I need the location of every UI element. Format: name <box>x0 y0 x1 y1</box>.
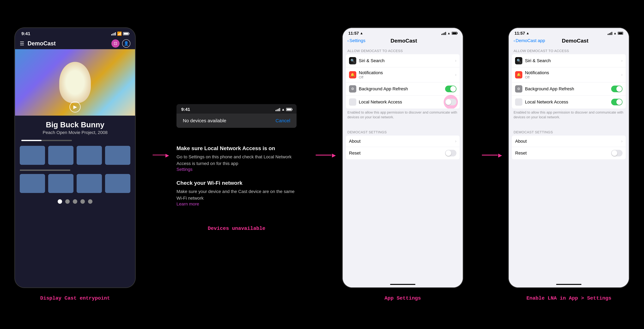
dot-1[interactable] <box>58 199 62 204</box>
dot-3[interactable] <box>73 199 77 204</box>
inst2-body: Make sure your device and the Cast devic… <box>176 188 296 201</box>
notif-row-3[interactable]: 🔔 Notifications Off › <box>346 67 460 82</box>
dot-4[interactable] <box>80 199 85 204</box>
arrow-1-2: ▶ <box>146 155 165 155</box>
notif-row-4[interactable]: 🔔 Notifications Off › <box>512 67 626 82</box>
bgrefresh-icon-4: ⚙ <box>515 85 522 93</box>
bgrefresh-toggle-3[interactable] <box>445 86 456 92</box>
bgrefresh-label-3: Background App Refresh <box>359 86 445 91</box>
thumbnail-8[interactable] <box>105 174 130 193</box>
notif-glyph-4: 🔔 <box>517 73 521 77</box>
thumbnail-5[interactable] <box>20 174 45 193</box>
gear-glyph-3: ⚙ <box>351 87 354 91</box>
about-row-3[interactable]: About › <box>346 136 460 147</box>
inst2-link[interactable]: Learn more <box>176 201 296 207</box>
play-button[interactable]: ▶ <box>70 101 80 113</box>
siri-row-4[interactable]: 🔍 Siri & Search › <box>512 54 626 67</box>
thumbnail-3[interactable] <box>77 146 102 165</box>
home-indicator-4 <box>556 284 582 285</box>
notif-chevron-4: › <box>621 72 623 77</box>
settings-nav-3: ‹ Settings DemoCast <box>343 37 463 46</box>
siri-icon-3: 🔍 <box>349 57 356 64</box>
profile-icon[interactable]: 👤 <box>122 39 130 48</box>
reset-row-3[interactable]: Reset <box>346 147 460 159</box>
democast-section-label-4: DEMOCAST SETTINGS <box>509 127 629 136</box>
lna-row-4[interactable]: Local Network Access <box>512 96 626 109</box>
lna-toggle-wrapper-3 <box>445 99 456 105</box>
about-label-4: About <box>515 139 621 144</box>
siri-icon-4: 🔍 <box>515 57 522 64</box>
instructions-panel: Make sure Local Network Access is on Go … <box>176 142 296 218</box>
lna-toggle-3[interactable] <box>445 99 456 105</box>
progress-bar[interactable] <box>21 140 72 141</box>
movie-title: Big Buck Bunny <box>21 120 129 129</box>
battery-icon <box>123 32 129 35</box>
menu-icon[interactable]: ☰ <box>20 41 24 47</box>
notif-sublabel-3: Off <box>359 75 455 79</box>
thumbnail-4[interactable] <box>105 146 130 165</box>
network-note-3: Enabled to allow this app permission to … <box>343 109 463 122</box>
back-button-4[interactable]: ‹ DemoCast app <box>514 38 545 43</box>
notif-icon-4: 🔔 <box>515 71 522 79</box>
bgrefresh-row-4[interactable]: ⚙ Background App Refresh <box>512 82 626 96</box>
thumbnail-2[interactable] <box>48 146 74 165</box>
settings-card-3: 🔍 Siri & Search › 🔔 Notifications Off <box>346 54 460 109</box>
back-button-3[interactable]: ‹ Settings <box>348 38 366 43</box>
democast-card-3: About › Reset <box>346 136 460 159</box>
dropdown-status-bar: 9:41 ▲ <box>176 104 296 114</box>
thumbnail-row-1 <box>15 144 135 166</box>
lna-icon-4 <box>515 98 522 106</box>
reset-row-4[interactable]: Reset <box>512 147 626 159</box>
settings-time-4: 11:57 <box>514 31 525 36</box>
cast-icon[interactable]: ⊡ <box>112 39 120 48</box>
lna-icon-3 <box>349 98 356 106</box>
about-chevron-4: › <box>621 139 623 144</box>
section-bar <box>20 170 70 171</box>
signal-3 <box>442 32 446 35</box>
inst2-title: Check your Wi-Fi network <box>176 180 296 186</box>
instruction-1: Make sure Local Network Access is on Go … <box>176 145 296 172</box>
about-label-wrapper-4: About <box>515 139 621 144</box>
devices-unavailable-panel: 9:41 ▲ No devices available Cancel <box>176 104 296 128</box>
bgrefresh-label-wrapper-3: Background App Refresh <box>359 86 445 91</box>
lna-row-3[interactable]: Local Network Access <box>346 96 460 109</box>
access-section-label-4: ALLOW DEMOCAST TO ACCESS <box>509 46 629 54</box>
dot-2[interactable] <box>65 199 70 204</box>
page-dots <box>15 195 135 208</box>
settings-icons-3: ▲ <box>442 32 457 35</box>
bgrefresh-toggle-4[interactable] <box>611 86 622 92</box>
screen-title-3: DemoCast <box>366 38 442 44</box>
settings-time-3: 11:57 <box>348 31 359 36</box>
siri-row-3[interactable]: 🔍 Siri & Search › <box>346 54 460 67</box>
time-display: 9:41 <box>21 31 30 36</box>
signal-4 <box>608 32 612 35</box>
thumbnail-1[interactable] <box>20 146 45 165</box>
bgrefresh-label-4: Background App Refresh <box>525 86 611 91</box>
cancel-button[interactable]: Cancel <box>276 118 290 123</box>
battery-4 <box>618 32 623 35</box>
app-title: DemoCast <box>28 40 112 47</box>
lna-toggle-4[interactable] <box>611 99 622 105</box>
movie-info: Big Buck Bunny Peach Open Movie Project,… <box>15 116 135 137</box>
back-label-4: DemoCast app <box>516 38 545 43</box>
democast-section-label-3: DEMOCAST SETTINGS <box>343 127 463 136</box>
reset-toggle-4[interactable] <box>611 150 622 156</box>
inst1-link[interactable]: Settings <box>176 167 296 172</box>
bgrefresh-label-wrapper-4: Background App Refresh <box>525 86 611 91</box>
thumbnail-7[interactable] <box>77 174 102 193</box>
siri-label-wrapper-3: Siri & Search <box>359 58 455 63</box>
dot-5[interactable] <box>88 199 92 204</box>
about-row-4[interactable]: About › <box>512 136 626 147</box>
network-note-4: Enabled to allow this app permission to … <box>509 109 629 122</box>
reset-toggle-3[interactable] <box>445 150 456 156</box>
progress-fill <box>21 140 42 141</box>
access-section-label-3: ALLOW DEMOCAST TO ACCESS <box>343 46 463 54</box>
settings-screen-4: 11:57 ▲ ▲ <box>509 28 629 287</box>
notif-sublabel-4: Off <box>525 75 621 79</box>
about-chevron-3: › <box>455 139 456 144</box>
siri-label-3: Siri & Search <box>359 58 455 63</box>
thumbnail-6[interactable] <box>48 174 74 193</box>
bgrefresh-row-3[interactable]: ⚙ Background App Refresh <box>346 82 460 96</box>
gear-glyph-4: ⚙ <box>517 87 520 91</box>
lna-label-wrapper-4: Local Network Access <box>525 100 611 105</box>
